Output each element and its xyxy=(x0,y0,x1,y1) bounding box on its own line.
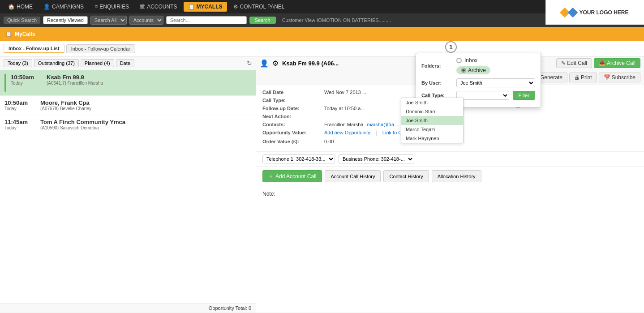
filter-byuser-row: By User: Joe Smith Dominic Starr xyxy=(421,78,535,87)
logo-text: YOUR LOGO HERE xyxy=(579,9,628,16)
call-info-1: Ksab Fm 99.9 (A0641.7) Francillon Marsha xyxy=(47,74,251,86)
allocation-history-button[interactable]: Allocation History xyxy=(432,170,481,182)
order-value-value: 0.00 xyxy=(324,139,334,144)
call-item-1[interactable]: 10:50am Today Ksab Fm 99.9 (A0641.7) Fra… xyxy=(0,70,256,96)
company-name: Ksab Fm 99.9 (A06... xyxy=(282,60,339,67)
settings-icon: ⚙ xyxy=(272,59,279,68)
user-option-joe-smith[interactable]: Joe Smith xyxy=(401,98,463,107)
call-time-3: 11:45am xyxy=(4,119,36,125)
accounts-select[interactable]: Accounts xyxy=(129,16,163,25)
folder-archive-item[interactable]: Archive xyxy=(456,66,490,75)
calltype-select[interactable] xyxy=(456,91,509,100)
call-item-2[interactable]: 10:50am Today Moore, Frank Cpa (A07678) … xyxy=(0,96,256,115)
call-meta-1: (A0641.7) Francillon Marsha xyxy=(47,81,251,86)
archive-highlight: Archive xyxy=(456,66,490,74)
archive-label: Archive xyxy=(468,67,486,73)
filter-today[interactable]: Today (3) xyxy=(4,59,32,67)
contact-label: Contacts: xyxy=(262,122,321,127)
call-item-3[interactable]: 11:45am Today Tom A Finch Community Ymca… xyxy=(0,115,256,134)
call-meta-3: (A10590) Sakovitch Demetria xyxy=(40,125,251,130)
inbox-radio[interactable] xyxy=(456,58,462,63)
edit-icon: ✎ xyxy=(561,60,566,66)
filter-date[interactable]: Date xyxy=(116,59,134,67)
call-date-2: Today xyxy=(4,106,36,111)
user-option-marco-teqazi[interactable]: Marco Teqazi xyxy=(401,125,463,134)
filter-apply-button[interactable]: Filter xyxy=(513,91,535,100)
call-info-2: Moore, Frank Cpa (A07678) Bevelle Charle… xyxy=(40,99,251,111)
record-icon: 👤 xyxy=(260,59,269,68)
add-opportunity-link[interactable]: Add new Opportunity xyxy=(324,130,370,135)
search-button[interactable]: Search xyxy=(249,17,276,24)
user-select[interactable]: Joe Smith Dominic Starr xyxy=(456,78,535,87)
phone2-select[interactable]: Business Phone: 302-418-... xyxy=(339,154,414,163)
search-input[interactable] xyxy=(166,16,247,24)
control-panel-icon: ⚙ xyxy=(233,4,238,10)
call-date-value: Wed Nov 7 2013 ... xyxy=(324,90,366,95)
nav-accounts[interactable]: 🏛 ACCOUNTS xyxy=(135,2,181,12)
nav-control-panel[interactable]: ⚙ CONTROL PANEL xyxy=(229,2,289,12)
next-action-label: Next Action: xyxy=(262,114,321,119)
user-option-joe-smith-highlighted[interactable]: Joe Smith xyxy=(401,116,463,125)
call-time-2: 10:50am xyxy=(4,99,36,106)
filter-folders-row: Folders: Inbox Archive xyxy=(421,57,535,75)
refresh-icon[interactable]: ↻ xyxy=(247,60,252,67)
print-button[interactable]: 🖨 Print xyxy=(569,73,597,82)
mycalls-header-icon: 📋 xyxy=(5,31,12,37)
byuser-label: By User: xyxy=(421,80,453,86)
archive-call-button[interactable]: 📥 Archive Call xyxy=(594,58,640,68)
customer-view-text: Customer View IOMOTION ON BATTERIES.....… xyxy=(282,17,391,23)
filter-outstanding[interactable]: Outstanding (37) xyxy=(34,59,79,67)
contact-email[interactable]: marsha@fra... xyxy=(367,122,398,127)
contact-name: Francillon Marsha xyxy=(324,122,363,127)
filter-planned[interactable]: Planned (4) xyxy=(81,59,114,67)
recently-viewed-button[interactable]: Recently Viewed xyxy=(43,16,88,24)
call-meta-2: (A07678) Bevelle Charley xyxy=(40,106,251,111)
nav-home[interactable]: 🏠 HOME xyxy=(4,2,37,12)
call-name-1: Ksab Fm 99.9 xyxy=(47,74,251,81)
phone1-select[interactable]: Telephone 1: 302-418-33... xyxy=(262,154,335,163)
archive-icon: 📥 xyxy=(599,60,605,66)
main-area: Today (3) Outstanding (37) Planned (4) D… xyxy=(0,56,644,313)
campaigns-icon: 👤 xyxy=(43,4,50,10)
archive-call-label: Archive Call xyxy=(607,60,635,66)
folder-inbox-item[interactable]: Inbox xyxy=(456,57,490,64)
call-time-col-1: 10:50am Today xyxy=(11,74,42,86)
search-type-select[interactable]: Search All xyxy=(90,16,127,25)
tab-inbox-list[interactable]: Inbox - Follow-up List xyxy=(4,44,64,53)
badge-number-1: 1 xyxy=(445,41,457,53)
quick-search-button[interactable]: Quick Search xyxy=(4,17,40,24)
call-date-label: Call Date xyxy=(262,90,321,95)
edit-call-button[interactable]: ✎ Edit Call xyxy=(556,58,592,68)
logo-diamond-2 xyxy=(568,7,578,17)
nav-enquiries[interactable]: ≡ ENQUIRIES xyxy=(90,2,133,12)
followup-date-value: Today at 10:50 a... xyxy=(324,106,365,111)
nav-mycalls[interactable]: 📋 MYCALLS xyxy=(184,2,227,12)
nav-home-label: HOME xyxy=(17,4,33,10)
call-time-1: 10:50am xyxy=(11,74,42,81)
nav-campaigns[interactable]: 👤 CAMPAIGNS xyxy=(39,2,88,12)
tab-inbox-calendar[interactable]: Inbox - Follow-up Calendar xyxy=(66,44,135,53)
subscribe-button[interactable]: 📅 Subscribe xyxy=(599,73,640,82)
mycalls-title: MyCalls xyxy=(15,31,35,37)
nav-accounts-label: ACCOUNTS xyxy=(147,4,177,10)
call-item-bar-1 xyxy=(4,74,6,92)
edit-call-label: Edit Call xyxy=(567,60,587,66)
note-label: Note: xyxy=(262,191,275,197)
nav-control-panel-label: CONTROL PANEL xyxy=(240,4,285,10)
add-account-call-label: Add Account Call xyxy=(275,173,316,180)
left-panel: Today (3) Outstanding (37) Planned (4) D… xyxy=(0,56,256,313)
mycalls-header: 📋 MyCalls xyxy=(0,27,644,41)
tabs-row: Inbox - Follow-up List Inbox - Follow-up… xyxy=(0,41,644,56)
home-icon: 🏠 xyxy=(8,4,15,10)
add-account-call-button[interactable]: ＋ Add Account Call xyxy=(262,170,322,182)
mycalls-icon: 📋 xyxy=(188,4,195,10)
phone-row: Telephone 1: 302-418-33... Business Phon… xyxy=(256,152,644,167)
enquiries-icon: ≡ xyxy=(94,4,98,10)
user-option-dominic-starr[interactable]: Dominic Starr xyxy=(401,107,463,116)
folders-label: Folders: xyxy=(421,63,453,69)
opportunity-value-label: Opportunity Value: xyxy=(262,130,321,135)
user-option-mark-hayrynen[interactable]: Mark Hayrynen xyxy=(401,134,463,143)
archive-radio[interactable] xyxy=(461,68,466,73)
account-call-history-button[interactable]: Account Call History xyxy=(325,170,381,182)
contact-history-button[interactable]: Contact History xyxy=(383,170,429,182)
